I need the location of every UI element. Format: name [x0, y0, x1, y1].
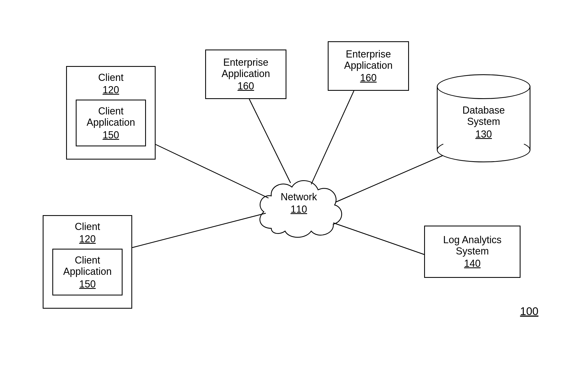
network-node: Network 110: [260, 176, 337, 234]
svg-line-3: [311, 91, 354, 184]
client2-app-ref: 150: [79, 278, 96, 290]
ent2-ref: 160: [360, 72, 376, 84]
ent1-l1: Enterprise: [223, 57, 268, 68]
client2-label: Client: [75, 221, 100, 232]
db-l2: System: [437, 116, 530, 127]
client1-app-l1: Client: [98, 105, 123, 117]
log-analytics-node: Log Analytics System 140: [424, 226, 521, 278]
log-l2: System: [456, 245, 489, 257]
svg-line-4: [335, 154, 446, 202]
client1-app-l2: Application: [86, 117, 135, 128]
client2-app-l1: Client: [75, 254, 100, 266]
network-ref: 110: [260, 204, 337, 215]
network-label: Network: [260, 191, 337, 202]
client-node-2: Client 120 Client Application 150: [43, 215, 132, 309]
svg-line-5: [333, 223, 424, 254]
ent2-l1: Enterprise: [346, 48, 391, 60]
database-node: Database System 130: [437, 74, 530, 162]
ent1-l2: Application: [221, 68, 270, 79]
svg-line-0: [156, 144, 269, 198]
ent1-ref: 160: [237, 80, 254, 92]
db-l1: Database: [437, 105, 530, 116]
svg-line-1: [132, 213, 266, 248]
client1-label: Client: [98, 72, 123, 83]
svg-line-2: [249, 99, 291, 183]
client2-app-l2: Application: [63, 266, 112, 277]
figure-reference-number: 100: [520, 305, 538, 317]
ent2-l2: Application: [344, 60, 392, 71]
client1-app-ref: 150: [102, 129, 119, 141]
client2-app-box: Client Application 150: [52, 249, 123, 295]
enterprise-app-node-1: Enterprise Application 160: [205, 50, 286, 99]
client1-app-box: Client Application 150: [76, 100, 146, 146]
client1-ref: 120: [102, 84, 119, 96]
log-l1: Log Analytics: [443, 234, 502, 245]
log-ref: 140: [464, 258, 481, 269]
client-node-1: Client 120 Client Application 150: [66, 66, 156, 160]
enterprise-app-node-2: Enterprise Application 160: [328, 41, 409, 91]
db-ref: 130: [437, 128, 530, 140]
client2-ref: 120: [79, 233, 96, 245]
